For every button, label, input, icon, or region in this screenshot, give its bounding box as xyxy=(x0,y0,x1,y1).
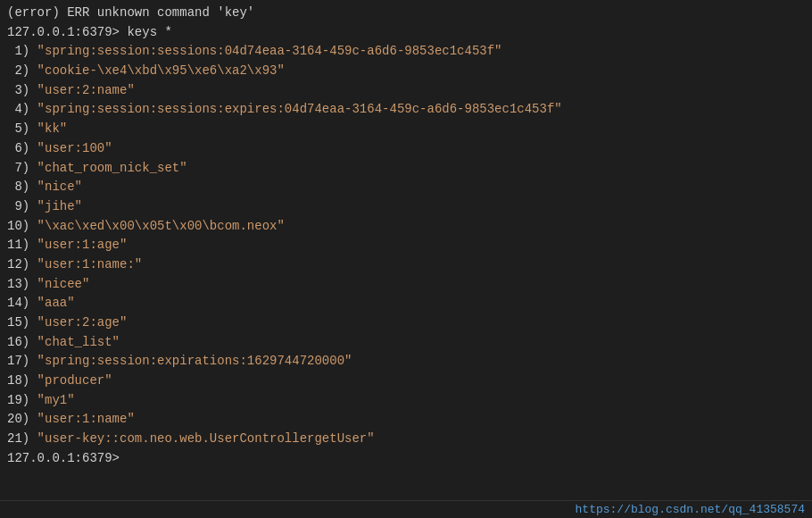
item-value: "user:1:name" xyxy=(37,410,135,430)
item-number: 13) xyxy=(7,275,37,295)
item-number: 12) xyxy=(7,255,37,275)
item-number: 9) xyxy=(7,197,37,217)
list-item: 18) "producer" xyxy=(7,372,805,391)
list-item: 1) "spring:session:sessions:04d74eaa-316… xyxy=(7,42,805,62)
item-number: 10) xyxy=(7,217,37,237)
item-number: 7) xyxy=(7,159,37,179)
item-number: 8) xyxy=(7,178,37,197)
list-item: 5) "kk" xyxy=(7,120,805,139)
error-line: (error) ERR unknown command 'key' xyxy=(7,4,805,23)
bottom-prompt: 127.0.0.1:6379> xyxy=(7,449,120,469)
item-number: 3) xyxy=(7,81,37,101)
item-number: 19) xyxy=(7,391,37,411)
item-value: "my1" xyxy=(37,391,75,411)
list-item: 2) "cookie-\xe4\xbd\x95\xe6\xa2\x93" xyxy=(7,62,805,81)
item-value: "jihe" xyxy=(37,197,82,217)
item-number: 17) xyxy=(7,352,37,372)
item-value: "user:2:age" xyxy=(37,313,128,333)
item-value: "nice" xyxy=(37,178,82,197)
list-item: 17) "spring:session:expirations:16297447… xyxy=(7,352,805,372)
item-number: 20) xyxy=(7,410,37,430)
item-value: "producer" xyxy=(37,372,112,391)
prompt: 127.0.0.1:6379> xyxy=(7,23,120,43)
item-value: "chat_list" xyxy=(37,333,120,353)
item-number: 4) xyxy=(7,100,37,120)
list-item: 11) "user:1:age" xyxy=(7,236,805,255)
item-value: "user:2:name" xyxy=(37,81,135,101)
list-item: 3) "user:2:name" xyxy=(7,81,805,101)
list-item: 19) "my1" xyxy=(7,391,805,411)
command-text: keys * xyxy=(120,23,172,43)
item-value: "user-key::com.neo.web.UserControllerget… xyxy=(37,430,375,449)
list-item: 6) "user:100" xyxy=(7,139,805,159)
bottom-prompt-line[interactable]: 127.0.0.1:6379> xyxy=(7,449,805,469)
item-number: 5) xyxy=(7,120,37,139)
list-item: 10) "\xac\xed\x00\x05t\x00\bcom.neox" xyxy=(7,217,805,237)
list-item: 4) "spring:session:sessions:expires:04d7… xyxy=(7,100,805,120)
list-item: 21) "user-key::com.neo.web.UserControlle… xyxy=(7,430,805,449)
item-number: 11) xyxy=(7,236,37,255)
item-value: "spring:session:expirations:162974472000… xyxy=(37,352,352,372)
item-number: 16) xyxy=(7,333,37,353)
cursor-space xyxy=(120,449,127,469)
item-number: 14) xyxy=(7,294,37,313)
item-value: "aaa" xyxy=(37,294,75,313)
list-item: 16) "chat_list" xyxy=(7,333,805,353)
item-value: "spring:session:sessions:04d74eaa-3164-4… xyxy=(37,42,502,62)
item-number: 1) xyxy=(7,42,37,62)
list-item: 12) "user:1:name:" xyxy=(7,255,805,275)
item-value: "user:1:name:" xyxy=(37,255,143,275)
url-link[interactable]: https://blog.csdn.net/qq_41358574 xyxy=(576,503,805,516)
item-value: "user:1:age" xyxy=(37,236,128,255)
bottom-bar: https://blog.csdn.net/qq_41358574 xyxy=(0,500,812,518)
item-value: "cookie-\xe4\xbd\x95\xe6\xa2\x93" xyxy=(37,62,285,81)
list-item: 15) "user:2:age" xyxy=(7,313,805,333)
item-number: 6) xyxy=(7,139,37,159)
item-value: "nicee" xyxy=(37,275,90,295)
item-value: "user:100" xyxy=(37,139,112,159)
item-value: "spring:session:sessions:expires:04d74ea… xyxy=(37,100,562,120)
keys-list: 1) "spring:session:sessions:04d74eaa-316… xyxy=(7,42,805,448)
list-item: 13) "nicee" xyxy=(7,275,805,295)
item-number: 18) xyxy=(7,372,37,391)
list-item: 9) "jihe" xyxy=(7,197,805,217)
item-value: "kk" xyxy=(37,120,68,139)
item-number: 21) xyxy=(7,430,37,449)
item-number: 2) xyxy=(7,62,37,81)
item-number: 15) xyxy=(7,313,37,333)
list-item: 20) "user:1:name" xyxy=(7,410,805,430)
error-text: (error) ERR unknown command 'key' xyxy=(7,4,254,23)
item-value: "chat_room_nick_set" xyxy=(37,159,187,179)
list-item: 7) "chat_room_nick_set" xyxy=(7,159,805,179)
terminal: (error) ERR unknown command 'key' 127.0.… xyxy=(0,0,812,518)
command-line: 127.0.0.1:6379> keys * xyxy=(7,23,805,43)
item-value: "\xac\xed\x00\x05t\x00\bcom.neox" xyxy=(37,217,285,237)
list-item: 8) "nice" xyxy=(7,178,805,197)
list-item: 14) "aaa" xyxy=(7,294,805,313)
